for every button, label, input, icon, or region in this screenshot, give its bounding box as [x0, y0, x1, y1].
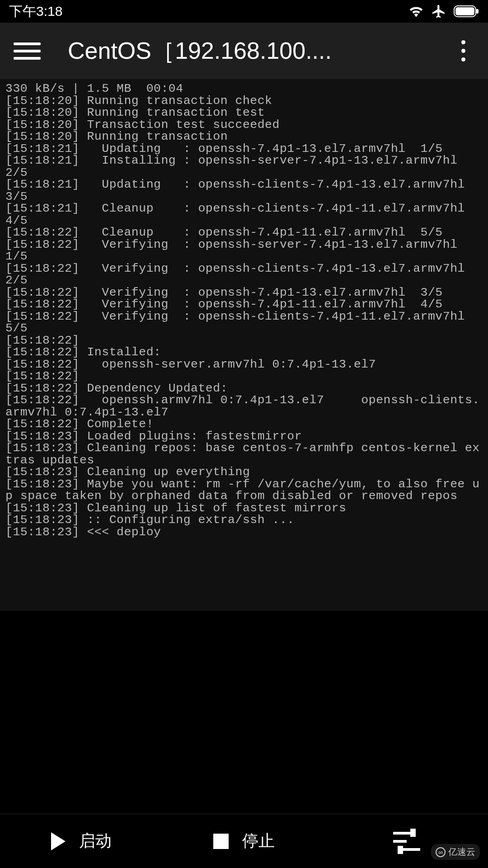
watermark: ∞ 亿速云 — [431, 844, 480, 860]
start-button[interactable]: 启动 — [0, 814, 163, 868]
terminal-output[interactable]: 330 kB/s | 1.5 MB 00:04 [15:18:20] Runni… — [0, 79, 488, 611]
tune-icon — [393, 830, 420, 853]
app-bar: CentOS［192.168.100.... — [0, 23, 488, 79]
overflow-menu-icon[interactable] — [452, 38, 474, 65]
status-time: 下午3:18 — [9, 2, 62, 21]
play-icon — [51, 832, 66, 850]
menu-icon[interactable] — [14, 38, 41, 65]
watermark-icon: ∞ — [436, 847, 446, 857]
start-label: 启动 — [79, 830, 112, 852]
stop-button[interactable]: 停止 — [163, 814, 325, 868]
airplane-icon — [431, 4, 446, 19]
settings-button[interactable] — [325, 814, 488, 868]
app-title: CentOS［192.168.100.... — [68, 35, 452, 67]
stop-label: 停止 — [242, 830, 275, 852]
bottom-toolbar: 启动 停止 — [0, 814, 488, 868]
status-icons — [408, 4, 479, 19]
svg-rect-2 — [476, 9, 479, 14]
stop-icon — [213, 834, 229, 849]
svg-rect-1 — [455, 7, 474, 15]
battery-icon — [454, 5, 479, 17]
status-bar: 下午3:18 — [0, 0, 488, 23]
wifi-icon — [408, 5, 424, 18]
watermark-text: 亿速云 — [448, 846, 475, 858]
